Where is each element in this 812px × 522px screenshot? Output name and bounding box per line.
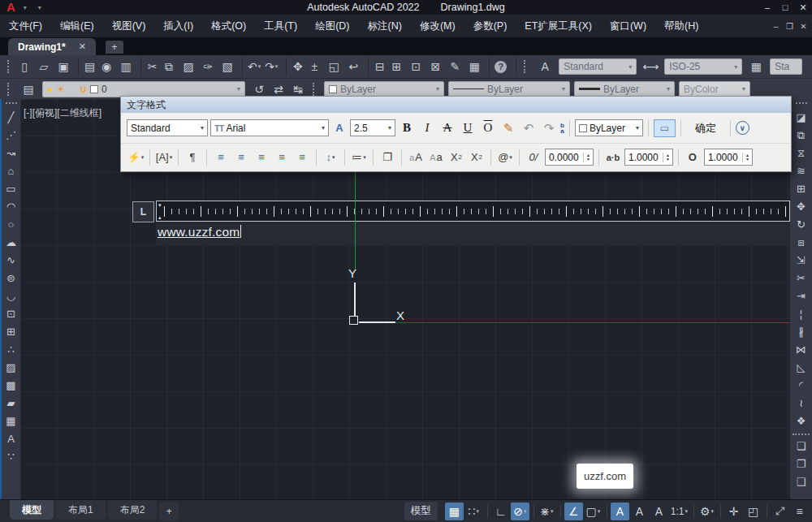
doc-minimize-button[interactable]: – [769, 22, 783, 31]
layer-unlock-icon[interactable]: ∪ [80, 84, 87, 95]
annotation-scale-icon[interactable]: A [650, 503, 668, 520]
customize-icon[interactable]: ≡ [790, 503, 809, 520]
open-icon[interactable]: ▱ [35, 58, 53, 75]
menu-item[interactable]: ET扩展工具(X) [516, 15, 601, 37]
color-combo[interactable]: ByLayer▾ [324, 81, 444, 97]
create-block-icon[interactable]: ⊞ [2, 323, 19, 340]
ruler-toggle-button[interactable]: ▭ [654, 119, 676, 137]
send-to-back-icon[interactable]: ❐ [793, 455, 810, 472]
doc-restore-button[interactable]: ❐ [783, 22, 797, 31]
block-editor-icon[interactable]: ▧ [218, 58, 236, 75]
polyline-icon[interactable]: ↝ [2, 145, 19, 162]
close-button[interactable]: ✕ [794, 0, 812, 15]
publish-icon[interactable]: ▥ [117, 58, 135, 75]
uppercase-button[interactable]: aA [407, 149, 425, 166]
columns-button[interactable]: ⚡▾ [127, 149, 145, 166]
background-mask-icon[interactable]: ✎ [499, 119, 517, 137]
menu-item[interactable]: 参数(P) [464, 15, 516, 37]
text-style-icon[interactable]: A [536, 58, 554, 75]
minimize-button[interactable]: – [758, 0, 776, 15]
workspace-gear-icon[interactable]: ⚙ ▾ [698, 503, 716, 520]
insert-block-icon[interactable]: ⊡ [2, 305, 19, 322]
match-properties-icon[interactable]: ✑ [199, 58, 217, 75]
help-icon[interactable]: ? [489, 58, 507, 75]
menu-item[interactable]: 格式(O) [202, 15, 255, 37]
zoom-window-icon[interactable]: ◱ [325, 58, 343, 75]
spin-down-icon[interactable]: ▼ [586, 157, 590, 162]
redo-button[interactable]: ↷ [540, 119, 558, 137]
new-file-icon[interactable]: ▯ [15, 58, 33, 75]
isolate-objects-icon[interactable]: ✛ [724, 503, 743, 520]
bold-button[interactable]: B [398, 119, 416, 137]
ellipse-arc-icon[interactable]: ◡ [2, 287, 19, 304]
draw-order-icon[interactable]: ❑ [793, 473, 810, 490]
stretch-icon[interactable]: ⇲ [793, 252, 810, 269]
circle-icon[interactable]: ○ [2, 216, 19, 233]
menu-item[interactable]: 插入(I) [154, 15, 202, 37]
bring-to-front-icon[interactable]: ❏ [793, 434, 810, 455]
table-style-combo[interactable]: Sta [770, 58, 802, 75]
toolbar-grip[interactable] [6, 102, 17, 106]
overline-button[interactable]: O [479, 119, 497, 137]
subscript-button[interactable]: X2 [468, 149, 486, 166]
autoscale-icon[interactable]: A [630, 503, 649, 520]
break-icon[interactable]: ∦ [793, 323, 810, 340]
mirror-icon[interactable]: ⧖ [793, 145, 810, 162]
text-color-combo[interactable]: ByLayer▾ [575, 119, 643, 136]
layout-tab-model[interactable]: 模型 [10, 500, 54, 520]
width-factor-spinner[interactable]: 1.0000 ▲▼ [704, 149, 753, 166]
doc-close-button[interactable]: ✕ [797, 22, 810, 31]
superscript-button[interactable]: X2 [447, 149, 465, 166]
ortho-icon[interactable]: ∟ [491, 503, 510, 520]
rectangle-icon[interactable]: ▭ [2, 180, 19, 197]
layer-combo[interactable]: ● ☀ ⊡ ∪ 0 ▾ [42, 81, 245, 97]
quickcalc-icon[interactable]: ▦ [465, 58, 483, 75]
italic-button[interactable]: I [418, 119, 436, 137]
dim-style-icon[interactable]: ⟷ [641, 58, 659, 75]
align-left-icon[interactable]: ≡ [212, 149, 230, 166]
strikethrough-button[interactable]: A [438, 119, 456, 137]
quick-access-caret-icon[interactable]: ▾ [38, 4, 41, 11]
layout-tab-layout2[interactable]: 布局2 [108, 500, 158, 520]
redo-icon[interactable]: ↷ ▾ [262, 58, 280, 75]
cut-icon[interactable]: ✂ [140, 58, 158, 75]
copy-icon[interactable]: ⧉ [160, 58, 178, 75]
menu-item[interactable]: 窗口(W) [601, 15, 655, 37]
otrack-icon[interactable]: ∠ [564, 503, 583, 520]
line-spacing-button[interactable]: ↕▾ [322, 149, 339, 166]
zoom-realtime-icon[interactable]: ± [305, 58, 323, 75]
menu-item[interactable]: 绘图(D) [306, 15, 358, 37]
isodraft-icon[interactable]: ⋇ ▾ [538, 503, 556, 520]
drawing-tab[interactable]: Drawing1* ✕ [8, 38, 96, 55]
insert-field-button[interactable]: ❐ [378, 149, 396, 166]
font-combo[interactable]: TT Arial▾ [210, 119, 329, 136]
save-icon[interactable]: ▣ [54, 58, 72, 75]
symbol-button[interactable]: @▾ [496, 149, 514, 166]
extend-icon[interactable]: ⇥ [793, 287, 810, 304]
menu-item[interactable]: 工具(T) [255, 15, 306, 37]
menu-item[interactable]: 文件(F) [0, 15, 51, 37]
new-tab-button[interactable]: + [106, 41, 123, 54]
menu-item[interactable]: 标注(N) [359, 15, 411, 37]
underline-button[interactable]: U [459, 119, 477, 137]
chamfer-icon[interactable]: ◺ [793, 359, 810, 376]
rotate-icon[interactable]: ↻ [793, 216, 810, 233]
trim-icon[interactable]: ✂ [793, 270, 810, 287]
designcenter-icon[interactable]: ⊞ [387, 58, 405, 75]
undo-button[interactable]: ↶ [520, 119, 538, 137]
hatch-icon[interactable]: ▨ [2, 359, 19, 376]
scale-button[interactable]: 1:1 ▾ [669, 503, 689, 520]
multiline-text-icon[interactable]: A [2, 430, 19, 447]
align-justify-icon[interactable]: ≡ [273, 149, 291, 166]
join-icon[interactable]: ⋈ [793, 341, 810, 358]
first-line-indent-icon[interactable]: ▾ [158, 202, 162, 208]
app-menu-caret-icon[interactable]: ▾ [24, 4, 27, 11]
options-button[interactable]: ∨ [736, 121, 749, 135]
ok-button[interactable]: 确定 [686, 119, 725, 137]
dialog-title[interactable]: 文字格式 [121, 97, 791, 113]
stack-button[interactable]: ba [560, 123, 564, 134]
align-center-icon[interactable]: ≡ [232, 149, 250, 166]
graphics-performance-icon[interactable]: ◰ [744, 503, 762, 520]
region-icon[interactable]: ▰ [2, 395, 19, 412]
tab-close-icon[interactable]: ✕ [79, 41, 86, 52]
